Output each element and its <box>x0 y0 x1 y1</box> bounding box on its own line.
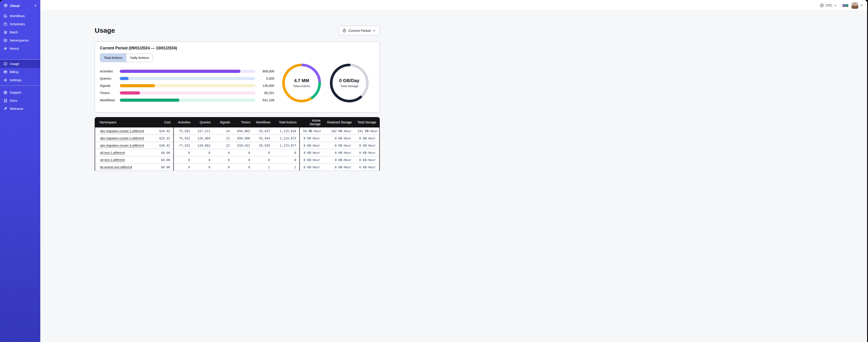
column-header-queries: Queries <box>193 117 214 128</box>
sidebar-item-label: Settings <box>10 78 22 82</box>
namespace-link[interactable]: a0-test-1.a98mm4 <box>100 151 125 154</box>
table-cell: 1,115,018 <box>273 128 299 135</box>
table-cell: 0 <box>273 149 299 156</box>
bar-value: 5,000 <box>255 77 274 80</box>
table-cell: 910,922 <box>233 142 253 149</box>
column-header-activities: Activities <box>173 117 193 128</box>
settings-gear-icon <box>3 78 7 82</box>
table-cell: 1,114,872 <box>273 135 299 142</box>
sidebar-item-namespaces[interactable]: Namespaces <box>0 36 40 44</box>
table-cell: 856,960 <box>233 135 253 142</box>
sidebar-item-workflows[interactable]: Workflows <box>0 12 40 20</box>
bar-track <box>120 70 255 73</box>
table-cell: $0.00 <box>151 149 173 156</box>
bar-track <box>120 91 255 95</box>
sidebar-item-label: Support <box>10 91 21 94</box>
tab-total-actions[interactable]: Total Actions <box>100 54 126 62</box>
column-header-cost: Cost <box>151 117 173 128</box>
sidebar-item-label: Workflows <box>10 14 25 18</box>
table-cell: 0 <box>253 156 273 164</box>
table-cell: 0 <box>193 164 214 171</box>
table-cell: 0 <box>253 149 273 156</box>
namespace-usage-table: NamespaceCostActivitiesQueriesSignalsTim… <box>95 117 380 171</box>
nexus-asterisk-icon <box>3 46 7 50</box>
namespace-link[interactable]: abs-migration-cluster-3.a98mm4 <box>100 144 144 147</box>
tab-daily-actions[interactable]: Daily Actions <box>126 54 153 62</box>
bar-category-label: Workflows <box>100 98 120 102</box>
bar-track <box>120 99 255 102</box>
namespace-cell: abs-migration-cluster-2.a98mm4 <box>95 135 151 142</box>
chevron-left-icon <box>33 4 37 8</box>
namespace-cell: a0-test-2.a98mm4 <box>95 156 151 164</box>
table-cell: 0 KB-Hour <box>299 164 323 171</box>
table-cell: 1 <box>253 164 273 171</box>
sidebar-item-label: Billing <box>10 70 19 74</box>
column-header-workflows: Workflows <box>253 117 273 128</box>
table-cell: 0 KB-Hour <box>299 142 323 149</box>
sidebar-item-support[interactable]: Support <box>0 89 40 97</box>
sidebar-item-batch[interactable]: Batch <box>0 28 40 36</box>
namespace-cell: abs-migration-cluster-1.a98mm4 <box>95 128 151 135</box>
namespace-cell: a0-test-1.a98mm4 <box>95 149 151 156</box>
bar-row: Signals130,000 <box>100 82 274 89</box>
table-cell: 0 KB-Hour <box>323 164 354 171</box>
table-cell: 0 <box>214 149 233 156</box>
table-row: abs-migration-cluster-3.a98mm4$38.4277,3… <box>95 142 380 149</box>
column-header-total-storage: Total Storage <box>354 117 380 128</box>
table-row: a0-test-1.a98mm4$0.000000000 KB-Hour0 KB… <box>95 149 380 156</box>
topbar: UTC <box>40 0 434 11</box>
sidebar-item-label: Batch <box>10 30 18 34</box>
sidebar-item-docs[interactable]: Docs <box>0 97 40 105</box>
bar-category-label: Signals <box>100 84 120 88</box>
table-cell: $0.00 <box>151 164 173 171</box>
stopwatch-icon <box>342 28 346 33</box>
sidebar-item-billing[interactable]: Billing <box>0 68 40 76</box>
column-header-active-storage: Active Storage <box>299 117 323 128</box>
sidebar-item-usage[interactable]: Usage <box>0 60 40 68</box>
table-cell: 127,211 <box>193 128 214 135</box>
bar-fill <box>120 99 179 102</box>
table-cell: 0 <box>214 156 233 164</box>
table-cell: $29.32 <box>151 135 173 142</box>
namespace-cell: abs-migration-cluster-3.a98mm4 <box>95 142 151 149</box>
sidebar-item-nexus[interactable]: Nexus <box>0 44 40 53</box>
bar-category-label: Queries <box>100 77 120 80</box>
sidebar-item-schedules[interactable]: Schedules <box>0 20 40 28</box>
namespace-link[interactable]: abs-migration-cluster-1.a98mm4 <box>100 129 144 133</box>
namespace-link[interactable]: abs-migration-cluster-2.a98mm4 <box>100 136 144 140</box>
period-dropdown-label: Current Period <box>348 29 371 33</box>
bar-track <box>120 77 255 80</box>
namespace-cell: bk-worker-test.a98mm4 <box>95 164 151 171</box>
billing-card-icon <box>3 70 7 74</box>
table-cell: 59 MB-Hour <box>299 128 323 135</box>
namespace-link[interactable]: bk-worker-test.a98mm4 <box>100 165 132 169</box>
sidebar-item-settings[interactable]: Settings <box>0 76 40 84</box>
table-cell: 0 <box>193 156 214 164</box>
table-cell: 75,501 <box>173 128 193 135</box>
table-body: abs-migration-cluster-1.a98mm4$34.4275,5… <box>95 128 380 171</box>
table-cell: 0 KB-Hour <box>354 135 380 142</box>
bar-row: Queries5,000 <box>100 75 274 82</box>
chevron-down-icon <box>373 29 376 32</box>
current-period-panel: Current Period (09/01/2024 — 10/01/2024)… <box>95 41 380 112</box>
table-cell: 0 <box>173 149 193 156</box>
table-row: abs-migration-cluster-2.a98mm4$29.3275,4… <box>95 135 380 142</box>
table-cell: 0 <box>233 164 253 171</box>
table-cell: 14 <box>214 128 233 135</box>
table-cell: 22 <box>214 142 233 149</box>
app-window: Cloud Workflows <box>0 0 434 171</box>
period-dropdown-button[interactable]: Current Period <box>338 26 380 35</box>
sidebar-collapse-button[interactable] <box>33 4 37 8</box>
namespace-link[interactable]: a0-test-2.a98mm4 <box>100 158 125 162</box>
bar-fill <box>120 91 140 95</box>
table-cell: 0 <box>214 164 233 171</box>
usage-charts: Activities900,000Queries5,000Signals130,… <box>100 62 375 104</box>
column-header-total-actions: Total Actions <box>273 117 299 128</box>
bar-value: 85,201 <box>255 91 274 95</box>
table-cell: 77,332 <box>173 142 193 149</box>
table-cell: 0 <box>233 156 253 164</box>
bar-category-label: Timers <box>100 91 120 95</box>
sidebar-item-welcome[interactable]: Welcome <box>0 105 40 113</box>
bar-fill <box>120 84 155 87</box>
table-cell: $34.42 <box>151 128 173 135</box>
